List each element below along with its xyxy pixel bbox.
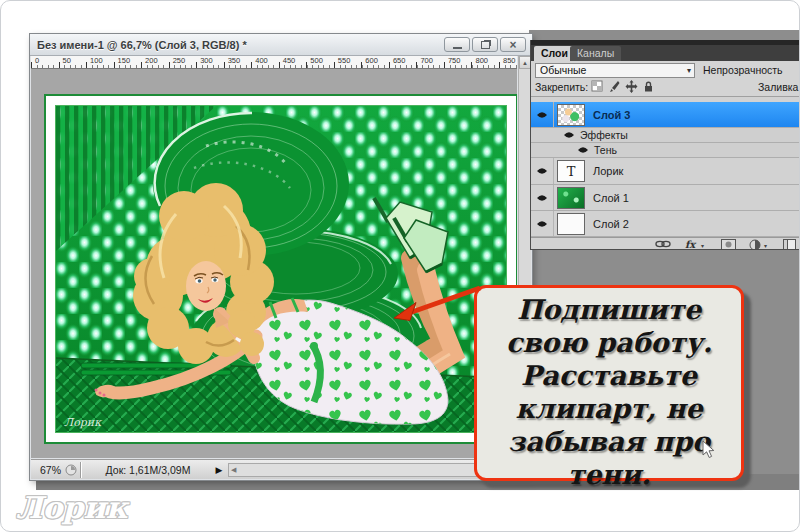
layer-row-effects[interactable]: Эффекты: [531, 128, 800, 143]
lock-label: Закрепить:: [535, 81, 588, 93]
artwork-signature: Лорик: [64, 416, 102, 429]
layer-thumbnail[interactable]: [557, 104, 585, 126]
minimize-icon: [453, 47, 462, 49]
layers-list: Слой 3 Эффекты Тень T Лорик: [531, 97, 800, 237]
ruler-number: 450: [283, 56, 296, 65]
visibility-toggle[interactable]: [531, 158, 554, 184]
watermark-text: Лорик: [16, 490, 127, 525]
layer-thumbnail[interactable]: [557, 187, 585, 209]
minimize-button[interactable]: [444, 37, 470, 52]
visibility-toggle[interactable]: [531, 185, 554, 210]
fill-label: Заливка: [758, 81, 798, 93]
link-layers-icon[interactable]: [655, 239, 671, 249]
eye-icon: [536, 167, 548, 175]
ruler-number: 750: [448, 56, 461, 65]
screenshot-root: Без имени-1 @ 66,7% (Слой 3, RGB/8) * × …: [0, 0, 800, 532]
layer-row-layer2[interactable]: Слой 2: [531, 211, 800, 237]
chevron-down-icon: ▾: [764, 242, 767, 249]
layer-mask-icon[interactable]: [721, 239, 736, 250]
chevron-down-icon: ▾: [701, 242, 704, 249]
status-menu-button[interactable]: ▶: [212, 465, 226, 475]
layer-name[interactable]: Слой 2: [593, 218, 629, 230]
lock-transparency-icon[interactable]: [591, 80, 604, 93]
blend-mode-value: Обычные: [540, 64, 586, 76]
canvas-area[interactable]: Лорик: [31, 69, 517, 458]
panel-footer: fx ▾ ▾: [531, 237, 800, 250]
eye-icon[interactable]: [563, 131, 575, 139]
tab-layers[interactable]: Слои: [534, 46, 575, 61]
status-bar: 67% Док: 1,61М/3,09М ▶ ◀: [31, 459, 531, 479]
opacity-label: Непрозрачность: [703, 64, 783, 76]
restore-icon: [481, 41, 490, 49]
layer-name[interactable]: Лорик: [593, 165, 623, 177]
layer-style-fx-icon[interactable]: fx: [685, 239, 695, 250]
layer-row-layer3[interactable]: Слой 3: [531, 102, 800, 128]
layer-thumbnail[interactable]: [557, 213, 585, 235]
status-separator: [80, 462, 81, 478]
ruler-number: 500: [310, 56, 323, 65]
ruler-number: 550: [338, 56, 351, 65]
status-icon: [65, 464, 77, 476]
lock-pixels-icon[interactable]: [608, 80, 621, 93]
annotation-arrow-icon: [388, 278, 488, 328]
blend-mode-select[interactable]: Обычные ▾: [535, 63, 695, 78]
layers-panel: Слои Каналы Обычные ▾ Непрозрачность Зак…: [530, 40, 800, 250]
text-layer-thumbnail[interactable]: T: [557, 160, 585, 182]
ruler-number: 600: [365, 56, 378, 65]
ruler-number: 800: [475, 56, 488, 65]
ruler-number: 200: [145, 56, 158, 65]
panel-tab-bar: Слои Каналы: [531, 45, 800, 61]
horizontal-ruler: 0501001502002503003504004505005506006507…: [31, 56, 517, 69]
ruler-numbers: 0501001502002503003504004505005506006507…: [31, 56, 517, 68]
zoom-level-field[interactable]: 67%: [31, 464, 61, 476]
lock-all-icon[interactable]: [642, 80, 655, 93]
mouse-cursor-icon: [702, 440, 715, 459]
eye-icon: [536, 220, 548, 228]
layer-name[interactable]: Слой 3: [593, 109, 630, 121]
ruler-number: 250: [173, 56, 186, 65]
panel-controls: Обычные ▾ Непрозрачность Закрепить: Зали…: [531, 61, 800, 97]
window-title: Без имени-1 @ 66,7% (Слой 3, RGB/8) *: [37, 34, 247, 56]
artwork-frame: Лорик: [44, 94, 517, 444]
ruler-number: 0: [35, 56, 39, 65]
ruler-number: 650: [393, 56, 406, 65]
ruler-number: 400: [255, 56, 268, 65]
effects-label[interactable]: Эффекты: [580, 129, 628, 141]
eye-icon[interactable]: [577, 146, 589, 154]
window-controls: ×: [444, 37, 526, 52]
document-window: Без имени-1 @ 66,7% (Слой 3, RGB/8) * × …: [30, 34, 532, 480]
close-icon: ×: [509, 39, 516, 51]
shadow-effect-label[interactable]: Тень: [594, 144, 617, 156]
close-button[interactable]: ×: [500, 37, 526, 52]
callout-text: Подпишите свою работу. Расставьте клипар…: [477, 288, 741, 492]
adjustment-layer-icon[interactable]: [749, 239, 761, 250]
document-size-field: Док: 1,61М/3,09М: [84, 464, 212, 476]
eye-icon: [536, 111, 548, 119]
ruler-number: 350: [228, 56, 241, 65]
restore-button[interactable]: [472, 37, 498, 52]
lock-position-icon[interactable]: [625, 80, 638, 93]
ruler-number: 700: [420, 56, 433, 65]
artwork-canvas[interactable]: Лорик: [56, 106, 506, 432]
layer-row-shadow-effect[interactable]: Тень: [531, 143, 800, 158]
ruler-number: 50: [63, 56, 71, 65]
visibility-toggle[interactable]: [531, 211, 554, 236]
layer-row-lorik[interactable]: T Лорик: [531, 158, 800, 185]
ruler-number: 100: [90, 56, 103, 65]
tab-channels[interactable]: Каналы: [570, 46, 621, 61]
ruler-number: 150: [118, 56, 131, 65]
artwork[interactable]: Лорик: [55, 105, 507, 433]
new-layer-icon[interactable]: [783, 239, 796, 250]
visibility-toggle[interactable]: [531, 102, 554, 127]
ruler-number: 300: [200, 56, 213, 65]
ruler-number: 850: [503, 56, 516, 65]
chevron-down-icon: ▾: [687, 64, 691, 77]
title-bar[interactable]: Без имени-1 @ 66,7% (Слой 3, RGB/8) * ×: [30, 34, 532, 56]
layer-name[interactable]: Слой 1: [593, 192, 629, 204]
scroll-left-arrow[interactable]: ◀: [229, 466, 236, 474]
layer-row-layer1[interactable]: Слой 1: [531, 185, 800, 211]
eye-icon: [536, 194, 548, 202]
